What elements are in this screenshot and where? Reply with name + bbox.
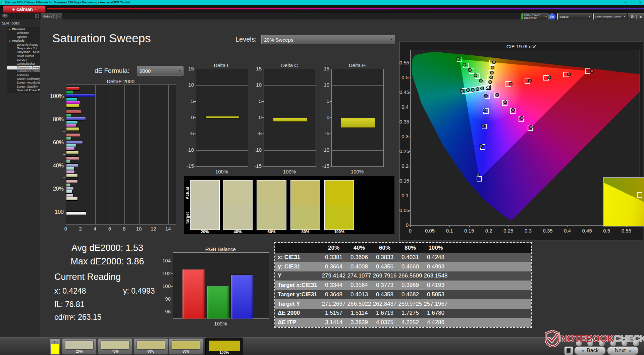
table-cell: 0.4013 — [346, 290, 372, 299]
sidebar-item-welcome[interactable]: Welcome — [7, 31, 41, 35]
axis-tick — [63, 178, 65, 178]
notebookcheck-watermark: NOTEBOOKCHECK — [545, 330, 644, 347]
cie-measured-red-4 — [567, 72, 571, 76]
table-row-fill — [448, 309, 531, 318]
cie-white-point-measured — [486, 86, 490, 89]
patch-tile-60%[interactable]: 60% — [133, 338, 168, 355]
axis-tick — [171, 299, 173, 299]
table-cell: 266.5609 — [397, 271, 423, 281]
calman-menu-button[interactable]: ◈ calman ▼ — [3, 5, 46, 13]
gridline — [110, 85, 110, 224]
axis-tick — [171, 312, 173, 312]
table-cell: 3.3839 — [346, 318, 372, 327]
sidebar-item-screen-stability[interactable]: Screen Stability — [7, 85, 41, 89]
patch-tile-100%[interactable]: 100% — [205, 338, 243, 355]
back-button[interactable]: « Back — [574, 346, 606, 355]
sidebar-item-label: Welcome — [12, 28, 25, 31]
next-button[interactable]: Next » — [607, 346, 639, 355]
notebookcheck-shield-icon — [545, 330, 560, 347]
gridline — [168, 85, 169, 224]
table-cell: 259.9725 — [397, 299, 423, 309]
levels-value: 20% Sweeps — [262, 37, 390, 43]
delta-chart-xlabel: 100% — [331, 169, 383, 174]
gridline — [264, 102, 316, 102]
patch-tile-20%[interactable]: 20% — [62, 338, 97, 355]
stop-button[interactable] — [564, 346, 573, 355]
table-cell: 0.4356 — [372, 262, 397, 271]
sidebar-item-analysis[interactable]: ◢Analysis — [7, 39, 41, 43]
sidebar-item-label: Grayscale - Multi — [17, 50, 40, 54]
swatch-target — [191, 205, 219, 230]
sidebar-collapse-icon[interactable]: ◀ — [35, 14, 39, 18]
gear-icon: ⚙ — [631, 14, 634, 19]
table-cell: 0.4660 — [397, 262, 423, 271]
axis-tick — [63, 154, 65, 155]
table-row-fill — [448, 262, 531, 271]
close-icon[interactable]: ✕ — [637, 1, 644, 4]
sidebar-tree: ◢WelcomeWelcomeOptions◢AnalysisDynamic R… — [7, 27, 41, 93]
rgb-y-tick: 102 — [159, 270, 171, 276]
cie-measured-cyan-5 — [460, 89, 464, 93]
sidebar-item-additivity[interactable]: Additivity — [7, 73, 41, 77]
patch-label: 40% — [98, 350, 132, 353]
meter-count-badge[interactable]: 236 — [549, 13, 555, 20]
de-formula-dropdown[interactable]: 2000 ▼ — [137, 66, 183, 75]
chevron-down-icon: ▼ — [178, 69, 183, 72]
current-patch-tile[interactable]: ▲ — [50, 339, 60, 355]
tree-expander-icon[interactable]: ◢ — [9, 39, 10, 43]
axis-tick — [194, 69, 196, 69]
swatch-actual — [257, 181, 286, 205]
levels-dropdown[interactable]: 20% Sweeps ▼ — [261, 35, 395, 44]
axis-tick — [409, 63, 410, 63]
table-col-header: 40% — [346, 243, 372, 253]
axis-tick — [508, 225, 509, 227]
sidebar-item-options[interactable]: Options — [7, 35, 41, 39]
window-title: Calman 2024 Calman Ultimate for Business… — [5, 1, 622, 4]
sidebar-item-grayscale-2pt[interactable]: Grayscale - 2pt — [7, 47, 41, 50]
gridline — [332, 150, 383, 151]
sidebar-item-dynamic-range[interactable]: Dynamic Range — [7, 43, 41, 47]
tree-expander-icon[interactable]: ◢ — [9, 28, 10, 31]
table-cell: 4.4286 — [423, 318, 448, 327]
display-control-label: Direct Display Control — [594, 15, 622, 18]
sidebar-item-label: Saturation Sweeps — [17, 66, 42, 69]
add-tab-button[interactable]: + — [56, 13, 62, 19]
sidebar-item-label: Welcome — [17, 31, 29, 35]
delta-chart-plot-delta-h — [331, 69, 384, 167]
maximize-icon[interactable]: ❐ — [629, 1, 637, 4]
sidebar-item-grayscale-multi[interactable]: Grayscale - Multi — [7, 50, 41, 54]
sidebar-item-screen-angularity[interactable]: Screen Angularity — [7, 81, 41, 85]
patch-tile-40%[interactable]: 40% — [98, 338, 132, 355]
table-cell: 0.3344 — [321, 281, 346, 290]
axis-tick — [409, 181, 410, 181]
table-row-label: Y — [275, 271, 321, 281]
chevron-down-icon: ▼ — [587, 16, 592, 18]
page-title: Saturation Sweeps — [52, 32, 151, 45]
sidebar-item-3d-lut[interactable]: 3D LUT — [7, 58, 41, 62]
sidebar-item-label: Dynamic Range — [17, 43, 38, 46]
sidebar-item-spectral-power-dist-[interactable]: Spectral Power Dist. — [7, 89, 41, 92]
sidebar-item-welcome[interactable]: ◢Welcome — [7, 28, 41, 31]
tab-history-1[interactable]: History 1 — [41, 13, 56, 19]
delta-chart-plot-delta-l — [196, 69, 248, 167]
next-arrow-icon: » — [629, 348, 631, 353]
swatch-actual — [191, 181, 219, 205]
source-label: Source — [558, 15, 587, 18]
cie-y-tick: 0.3 — [399, 134, 409, 139]
sidebar-item-color-gamut[interactable]: Color Gamut — [7, 54, 41, 58]
sidebar-item-saturation-sweeps[interactable]: Saturation Sweeps — [7, 66, 41, 69]
sidebar-item-colorchecker[interactable]: ColorChecker — [7, 62, 41, 66]
table-header-fill — [448, 243, 531, 253]
actual-label: Actual — [185, 181, 190, 205]
sidebar-item-label: Options — [17, 35, 27, 39]
minimize-icon[interactable]: – — [622, 1, 629, 4]
reading-x: x: 0.4248 — [54, 287, 86, 296]
patch-tile-80%[interactable]: 80% — [169, 338, 203, 355]
cie-x-tick: 0.2 — [483, 228, 495, 234]
gridline — [124, 85, 125, 224]
gridline — [332, 134, 383, 134]
table-cell: 271.2637 — [321, 299, 346, 309]
sidebar-item-luminance-sweeps[interactable]: Luminance Sweeps — [7, 69, 41, 73]
sidebar-item-screen-uniformity[interactable]: Screen Uniformity — [7, 77, 41, 81]
layout-toggle-button[interactable] — [2, 14, 8, 18]
